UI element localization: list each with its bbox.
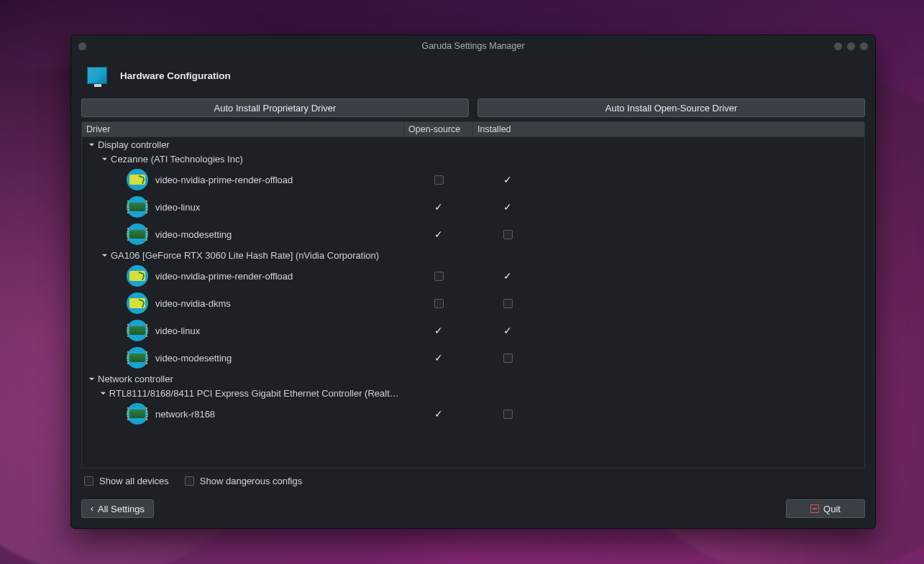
show-all-devices-checkbox[interactable]: Show all devices [84,476,169,486]
driver-row[interactable]: video-nvidia-prime-render-offload✓ [82,262,864,290]
table-header: Driver Open-source Installed [81,121,865,137]
driver-row[interactable]: video-modesetting✓ [82,344,864,371]
generic-driver-icon [127,403,148,425]
expander-icon[interactable] [86,139,96,149]
installed-cell: ✓ [473,270,542,282]
category-row[interactable]: Network controller [82,371,864,386]
column-installed[interactable]: Installed [473,122,864,137]
check-mark-icon: ✓ [503,270,512,282]
installed-cell [473,410,542,419]
checkbox-label: Show all devices [99,476,169,486]
titlebar[interactable]: Garuda Settings Manager [71,35,875,57]
expander-icon[interactable] [99,388,108,398]
device-label: Cezanne (ATI Technologies Inc) [111,154,243,165]
device-row[interactable]: Cezanne (ATI Technologies Inc) [82,152,864,166]
options-row: Show all devices Show dangerous configs [71,468,875,486]
driver-name: video-linux [155,202,200,213]
open-source-cell: ✓ [404,228,473,240]
all-settings-button[interactable]: ‹ All Settings [81,499,154,518]
driver-name: video-nvidia-prime-render-offload [155,175,293,185]
driver-row[interactable]: video-modesetting✓ [82,221,864,248]
quit-button[interactable]: Quit [786,499,865,518]
button-label: Quit [823,504,841,514]
check-mark-icon: ✓ [503,325,512,336]
driver-row[interactable]: video-nvidia-dkms [82,290,864,317]
nvidia-driver-icon [127,265,148,287]
checkbox-icon [185,476,194,486]
auto-install-proprietary-button[interactable]: Auto Install Proprietary Driver [81,98,469,117]
unchecked-box-icon [434,272,444,281]
chevron-left-icon: ‹ [91,504,93,514]
column-open-source[interactable]: Open-source [404,122,473,137]
open-source-cell: ✓ [404,408,473,420]
driver-name: video-nvidia-prime-render-offload [155,271,293,282]
unchecked-box-icon [503,230,513,239]
unchecked-box-icon [434,175,444,185]
checkbox-icon [84,476,93,486]
driver-name: network-r8168 [155,409,215,420]
unchecked-box-icon [503,299,513,308]
check-mark-icon: ✓ [434,325,443,336]
driver-name: video-modesetting [155,353,232,364]
driver-tree[interactable]: Display controllerCezanne (ATI Technolog… [81,137,865,468]
check-mark-icon: ✓ [503,201,512,213]
expander-icon[interactable] [86,374,96,384]
installed-cell: ✓ [473,174,542,185]
open-source-cell [404,272,473,281]
check-mark-icon: ✓ [434,352,443,364]
installed-cell [473,353,542,363]
generic-driver-icon [127,223,148,245]
category-label: Display controller [98,139,170,150]
nvidia-driver-icon [127,292,148,314]
check-mark-icon: ✓ [434,201,443,213]
settings-window: Garuda Settings Manager Hardware Configu… [70,34,876,529]
minimize-button[interactable] [834,42,842,50]
installed-cell [473,299,542,308]
open-source-cell: ✓ [404,201,473,213]
button-label: Auto Install Open-Source Driver [605,103,738,114]
window-title: Garuda Settings Manager [78,41,868,51]
generic-driver-icon [127,320,148,341]
checkbox-label: Show dangerous configs [200,476,302,486]
page-header: Hardware Configuration [71,57,875,98]
auto-install-opensource-button[interactable]: Auto Install Open-Source Driver [477,98,865,117]
button-label: All Settings [98,504,145,514]
quit-icon [810,504,819,513]
expander-icon[interactable] [99,250,109,260]
driver-row[interactable]: video-nvidia-prime-render-offload✓ [82,166,864,193]
driver-name: video-nvidia-dkms [155,298,231,309]
unchecked-box-icon [434,299,444,308]
driver-name: video-linux [155,325,200,336]
column-driver[interactable]: Driver [82,122,404,137]
close-button[interactable] [860,42,868,50]
generic-driver-icon [127,347,148,369]
auto-install-row: Auto Install Proprietary Driver Auto Ins… [71,98,875,117]
check-mark-icon: ✓ [503,174,512,185]
device-row[interactable]: GA106 [GeForce RTX 3060 Lite Hash Rate] … [82,248,864,262]
maximize-button[interactable] [847,42,855,50]
window-menu-dot[interactable] [78,42,86,50]
open-source-cell [404,299,473,308]
device-label: RTL8111/8168/8411 PCI Express Gigabit Et… [109,388,400,399]
open-source-cell: ✓ [404,352,473,364]
driver-row[interactable]: video-linux✓✓ [82,193,864,221]
page-title: Hardware Configuration [120,70,231,81]
check-mark-icon: ✓ [434,408,443,420]
installed-cell [473,230,542,239]
driver-row[interactable]: network-r8168✓ [82,400,864,427]
check-mark-icon: ✓ [434,228,443,240]
device-row[interactable]: RTL8111/8168/8411 PCI Express Gigabit Et… [82,386,864,400]
footer: ‹ All Settings Quit [71,486,875,528]
unchecked-box-icon [503,410,513,419]
open-source-cell [404,175,473,185]
hardware-icon [87,67,107,84]
expander-icon[interactable] [99,154,109,164]
installed-cell: ✓ [473,201,542,213]
unchecked-box-icon [503,353,513,363]
generic-driver-icon [127,196,148,218]
show-dangerous-configs-checkbox[interactable]: Show dangerous configs [185,476,302,486]
category-row[interactable]: Display controller [82,137,864,152]
installed-cell: ✓ [473,325,542,336]
driver-row[interactable]: video-linux✓✓ [82,317,864,344]
category-label: Network controller [98,374,173,384]
